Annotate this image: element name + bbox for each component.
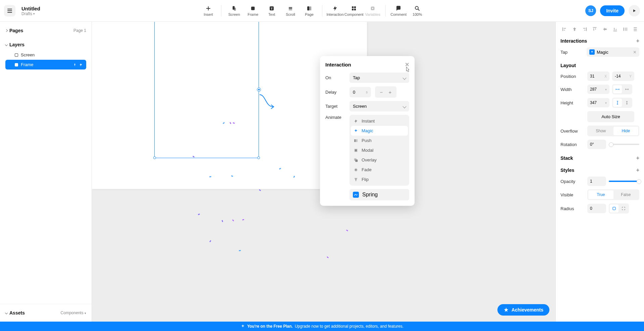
svg-rect-17 [356,139,358,142]
svg-rect-6 [289,8,292,9]
spring-icon [353,192,359,198]
layer-screen[interactable]: Screen [5,50,86,60]
interaction-handle[interactable] [257,88,261,92]
on-label: On [325,75,345,80]
align-left[interactable] [560,25,569,33]
animate-label: Animate [325,115,345,120]
visible-false[interactable]: False [613,190,639,199]
pos-y-input[interactable]: -14Y [612,72,634,81]
remove-interaction[interactable]: ✕ [633,50,637,55]
target-select[interactable]: Screen [350,101,409,111]
svg-rect-19 [355,149,357,151]
scroll-tool[interactable]: Scroll [281,3,300,18]
target-label: Target [325,104,345,109]
frame-tool[interactable]: Frame [244,3,262,18]
anim-instant[interactable]: Instant [351,116,408,126]
dist-h[interactable] [621,25,629,33]
assets-header[interactable]: Assets Components ▾ [5,308,86,318]
right-panel: Interactions+ Tap Magic ✕ Layout Positio… [555,22,644,322]
align-top[interactable] [591,25,599,33]
resize-handle-bl[interactable] [153,156,156,159]
add-interaction[interactable]: + [636,38,639,44]
rotation-slider[interactable] [609,144,639,145]
delay-input[interactable]: 0s [350,87,371,97]
opacity-input[interactable]: 1 [587,177,606,186]
width-fixed[interactable] [613,85,622,93]
align-right[interactable] [581,25,589,33]
overflow-show[interactable]: Show [588,127,613,135]
selected-frame[interactable] [154,22,259,158]
upgrade-banner[interactable]: You're on the Free Plan. Upgrade now to … [0,322,644,331]
achievements-button[interactable]: Achievements [497,304,549,316]
layout-header: Layout [560,63,576,68]
popover-close-button[interactable]: ✕ [405,61,409,68]
layer-frame[interactable]: Frame [5,60,86,69]
add-style[interactable]: + [636,167,639,173]
left-panel: Pages Page 1 Layers Screen Frame Assets [0,22,92,322]
confetti [239,250,241,251]
height-fill[interactable] [623,99,631,107]
svg-rect-13 [354,8,356,10]
variables-tool[interactable]: Variables [363,3,382,18]
opacity-slider[interactable] [609,181,639,182]
comment-tool[interactable]: Comment [389,3,408,18]
dist-v[interactable] [631,25,639,33]
align-hcenter[interactable] [571,25,579,33]
component-tool[interactable]: Component [344,3,363,18]
confetti [346,230,348,232]
spring-select[interactable]: Spring [350,189,409,200]
height-fixed[interactable] [613,99,622,107]
zoom-tool[interactable]: 100% [408,3,427,18]
anim-flip[interactable]: Flip [351,175,408,184]
interaction-chip[interactable]: Magic ✕ [587,47,639,57]
delay-minus[interactable]: − [377,88,386,96]
align-vcenter[interactable] [601,25,609,33]
on-select[interactable]: Tap [350,73,409,83]
rotation-input[interactable]: 0° [587,140,606,149]
styles-header: Styles [560,168,574,173]
opacity-label: Opacity [560,179,585,184]
anim-modal[interactable]: Modal [351,145,408,155]
add-stack[interactable]: + [636,155,639,161]
doc-location[interactable]: Drafts▾ [21,11,40,16]
layers-header[interactable]: Layers [5,39,86,50]
svg-rect-8 [307,6,310,10]
invite-button[interactable]: Invite [600,5,625,16]
pos-x-input[interactable]: 31X [587,72,609,81]
radius-individual[interactable] [619,204,628,212]
width-input[interactable]: 287▾ [587,85,609,94]
auto-size-button[interactable]: Auto Size [587,111,634,122]
radius-all[interactable] [610,204,619,212]
anim-magic[interactable]: Magic [351,126,408,136]
play-button[interactable] [629,5,640,16]
magic-icon [589,49,595,55]
canvas[interactable]: Interaction ✕ On Tap Delay 0s − + Target… [92,22,555,322]
visible-true[interactable]: True [588,190,613,199]
svg-rect-16 [354,139,356,142]
align-bottom[interactable] [611,25,619,33]
svg-point-23 [355,169,357,171]
anim-overlay[interactable]: Overlay [351,155,408,165]
menu-button[interactable] [4,5,15,16]
user-avatar[interactable]: SJ [585,5,596,16]
text-tool[interactable]: T Text [262,3,281,18]
width-fill[interactable] [623,85,631,93]
resize-handle-br[interactable] [257,156,260,159]
interaction-arrow [259,94,276,111]
interaction-tool[interactable]: Interaction [326,3,344,18]
doc-title[interactable]: Untitled [21,6,40,11]
radius-label: Radius [560,206,585,211]
overflow-hide[interactable]: Hide [613,127,639,135]
anim-push[interactable]: Push [351,136,408,145]
anim-fade[interactable]: Fade [351,165,408,175]
assets-sub[interactable]: Components ▾ [61,311,86,315]
confetti [327,256,329,258]
screen-tool[interactable]: Screen [225,3,244,18]
lightning-icon [79,63,83,67]
delay-plus[interactable]: + [386,88,394,96]
pages-header[interactable]: Pages Page 1 [5,25,86,36]
radius-input[interactable]: 0 [587,204,606,213]
insert-tool[interactable]: Insert [199,3,218,18]
page-tool[interactable]: Page [300,3,319,18]
height-input[interactable]: 347▾ [587,98,609,107]
